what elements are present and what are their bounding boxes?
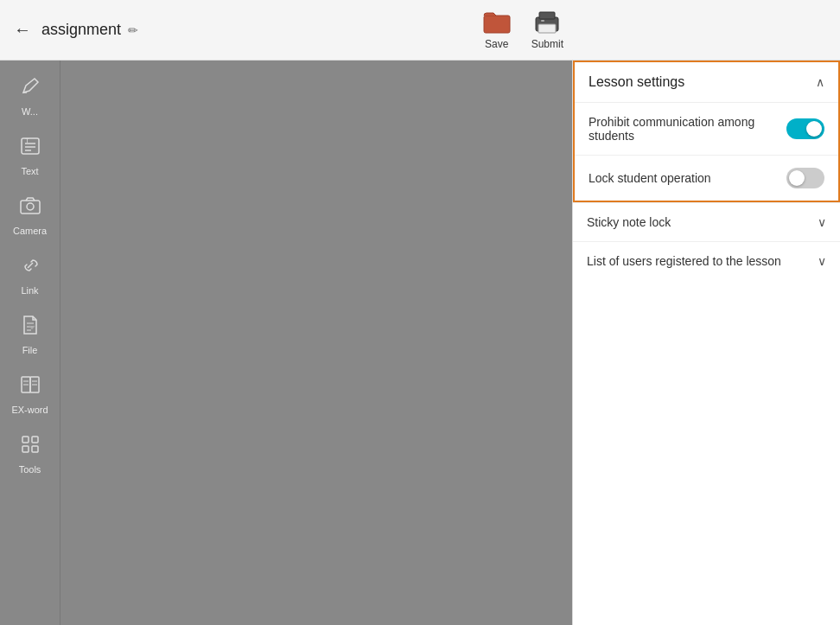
svg-rect-25: [32, 446, 38, 452]
edit-icon[interactable]: ✏: [128, 23, 138, 37]
settings-chevron-icon: ∧: [816, 75, 824, 89]
exword-label: EX-word: [11, 405, 48, 415]
lesson-settings-title-row[interactable]: Lesson settings ∧: [575, 62, 838, 103]
users-list-label: List of users registered to the lesson: [587, 254, 781, 268]
prohibit-communication-label: Prohibit communication among students: [589, 115, 786, 143]
page-title: assignment: [41, 21, 121, 39]
sticky-note-lock-label: Sticky note lock: [587, 215, 671, 229]
svg-rect-22: [22, 437, 29, 443]
svg-rect-4: [541, 20, 544, 22]
file-icon: [19, 314, 41, 341]
header: ← assignment ✏ Save: [0, 0, 840, 61]
camera-icon: [19, 195, 41, 222]
toggle-knob: [806, 121, 822, 137]
pen-label: W...: [22, 106, 38, 117]
prohibit-communication-item: Prohibit communication among students: [575, 103, 838, 155]
tool-link[interactable]: Link: [4, 246, 56, 303]
lock-student-item: Lock student operation: [575, 155, 838, 201]
users-list-item[interactable]: List of users registered to the lesson ∨: [573, 241, 840, 280]
canvas-area: [60, 61, 572, 625]
link-icon: [19, 254, 41, 282]
sticky-note-chevron-icon: ∨: [818, 215, 826, 229]
save-label: Save: [485, 38, 508, 50]
svg-rect-6: [22, 138, 39, 154]
lock-student-toggle[interactable]: [786, 168, 824, 188]
tools-label: Tools: [19, 464, 41, 475]
toggle-knob-off: [789, 170, 805, 186]
right-panel: Lesson settings ∧ Prohibit communication…: [572, 61, 840, 625]
tool-pen[interactable]: W...: [4, 67, 56, 124]
svg-point-12: [27, 203, 34, 210]
back-button[interactable]: ←: [10, 16, 35, 43]
save-button[interactable]: Save: [483, 10, 511, 50]
header-left: ← assignment ✏: [10, 16, 138, 43]
lesson-settings-title: Lesson settings: [589, 74, 684, 90]
submit-icon: [533, 10, 561, 35]
toggle-slider-on: [786, 118, 824, 139]
svg-rect-0: [484, 16, 510, 33]
tools-sidebar: W... T Text Cam: [0, 61, 60, 625]
users-list-chevron-icon: ∨: [818, 254, 826, 268]
toggle-slider-off: [786, 168, 824, 188]
lock-student-label: Lock student operation: [589, 171, 786, 185]
main-content: W... T Text Cam: [0, 61, 840, 625]
submit-button[interactable]: Submit: [531, 10, 563, 50]
text-label: Text: [21, 166, 38, 176]
text-icon: T: [19, 135, 41, 163]
camera-label: Camera: [13, 226, 47, 236]
tool-exword[interactable]: EX-word: [4, 366, 56, 422]
tool-file[interactable]: File: [4, 306, 56, 362]
sticky-note-lock-item[interactable]: Sticky note lock ∨: [573, 202, 840, 241]
svg-rect-23: [32, 437, 38, 443]
save-icon: [483, 10, 511, 35]
exword-icon: [19, 373, 41, 401]
file-label: File: [22, 345, 38, 355]
svg-rect-24: [22, 446, 29, 452]
tools-icon: [19, 433, 41, 461]
tool-camera[interactable]: Camera: [4, 187, 56, 243]
tool-text[interactable]: T Text: [4, 127, 56, 183]
header-actions: Save Submit: [483, 10, 563, 50]
pen-icon: [19, 75, 41, 103]
prohibit-communication-toggle[interactable]: [786, 118, 824, 139]
submit-label: Submit: [531, 38, 563, 50]
svg-rect-2: [539, 12, 555, 19]
tool-tools[interactable]: Tools: [4, 425, 56, 482]
lesson-settings-panel: Lesson settings ∧ Prohibit communication…: [573, 61, 840, 202]
svg-text:T: T: [25, 137, 29, 144]
svg-rect-3: [538, 24, 556, 33]
link-label: Link: [21, 285, 38, 296]
